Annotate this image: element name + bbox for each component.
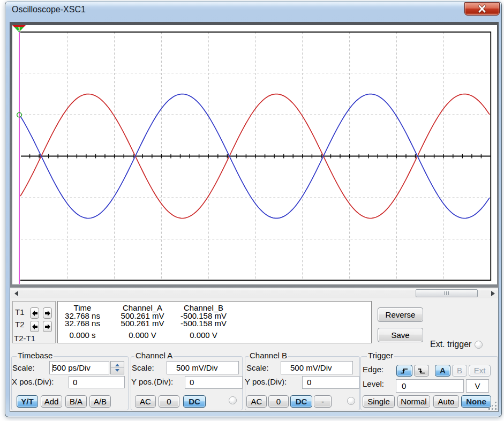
svg-text:1: 1 xyxy=(18,26,20,32)
